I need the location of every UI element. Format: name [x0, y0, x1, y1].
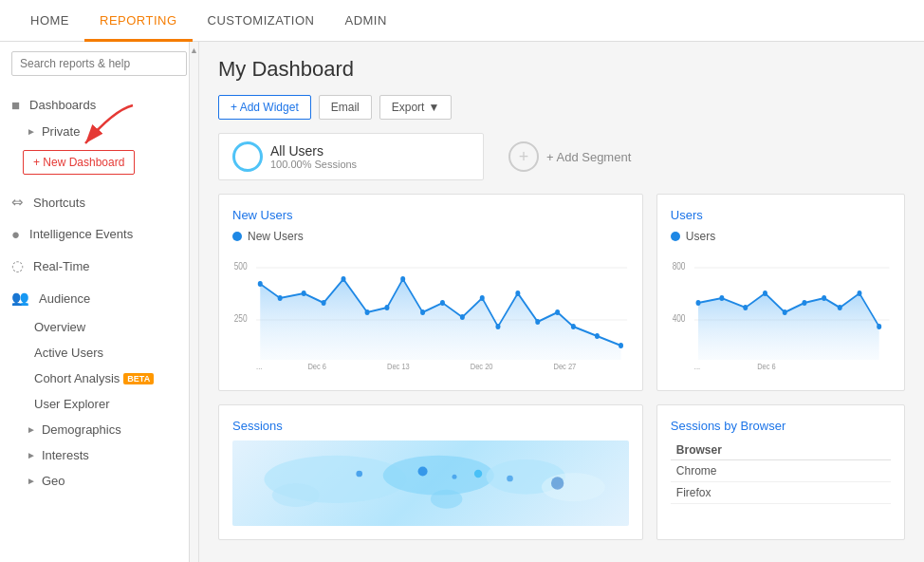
- svg-point-15: [460, 314, 465, 320]
- realtime-icon: ◌: [11, 257, 24, 274]
- svg-point-54: [474, 470, 482, 478]
- svg-point-39: [822, 295, 826, 301]
- svg-point-38: [802, 300, 806, 306]
- sidebar-item-active-users[interactable]: Active Users: [0, 340, 198, 365]
- sidebar-item-overview[interactable]: Overview: [0, 314, 198, 340]
- sidebar: ■ Dashboards ► Private + New Dashboard ⇔…: [0, 42, 199, 562]
- svg-text:Dec 20: Dec 20: [471, 361, 493, 371]
- sessions-by-browser-title: Sessions by Browser: [671, 419, 891, 433]
- svg-point-18: [515, 290, 520, 296]
- svg-point-36: [763, 290, 767, 296]
- svg-point-14: [440, 300, 445, 306]
- sidebar-item-realtime[interactable]: ◌ Real-Time: [0, 250, 198, 282]
- svg-text:Dec 6: Dec 6: [307, 361, 326, 371]
- svg-point-52: [418, 466, 428, 476]
- geo-arrow: ►: [27, 476, 36, 486]
- add-segment-button[interactable]: + + Add Segment: [495, 134, 644, 179]
- intelligence-icon: ●: [11, 226, 20, 242]
- add-segment-icon: +: [508, 141, 539, 172]
- browser-cell: Chrome: [671, 460, 891, 482]
- table-row[interactable]: Chrome: [671, 460, 891, 482]
- svg-point-21: [571, 324, 576, 329]
- sessions-chart-card: Sessions: [218, 404, 643, 540]
- audience-icon: 👥: [11, 290, 29, 307]
- segment-text: All Users 100.00% Sessions: [270, 143, 357, 170]
- segment-circle-icon: [232, 141, 263, 172]
- segment-bar: All Users 100.00% Sessions + + Add Segme…: [218, 133, 905, 180]
- svg-point-20: [555, 309, 560, 315]
- segment-sub: 100.00% Sessions: [270, 159, 357, 170]
- users-legend: Users: [671, 230, 891, 243]
- sidebar-item-cohort[interactable]: Cohort Analysis BETA: [0, 365, 198, 391]
- app-layout: ■ Dashboards ► Private + New Dashboard ⇔…: [0, 42, 924, 562]
- svg-text:800: 800: [673, 261, 686, 272]
- svg-text:Dec 13: Dec 13: [387, 361, 410, 371]
- sidebar-item-dashboards[interactable]: ■ Dashboards: [0, 89, 198, 121]
- new-dashboard-button[interactable]: + New Dashboard: [23, 150, 135, 175]
- toolbar: + Add Widget Email Export ▼: [218, 95, 905, 120]
- nav-customization[interactable]: CUSTOMIZATION: [193, 0, 330, 42]
- svg-point-9: [341, 276, 345, 282]
- export-chevron-icon: ▼: [428, 101, 439, 114]
- browser-cell: Firefox: [671, 482, 891, 504]
- svg-text:...: ...: [256, 361, 262, 371]
- svg-point-17: [495, 324, 500, 329]
- sidebar-item-geo[interactable]: ► Geo: [0, 468, 198, 494]
- add-widget-button[interactable]: + Add Widget: [218, 95, 311, 120]
- nav-home[interactable]: HOME: [15, 0, 84, 42]
- svg-point-55: [507, 476, 513, 482]
- users-chart-title: Users: [671, 208, 891, 222]
- svg-point-19: [535, 319, 540, 325]
- svg-point-10: [365, 309, 370, 315]
- svg-text:400: 400: [673, 313, 686, 324]
- svg-point-50: [431, 490, 462, 509]
- sidebar-item-demographics[interactable]: ► Demographics: [0, 417, 198, 442]
- top-navigation: HOME REPORTING CUSTOMIZATION ADMIN: [0, 0, 924, 42]
- nav-admin[interactable]: ADMIN: [329, 0, 401, 42]
- search-container: [0, 42, 198, 85]
- sidebar-scrollbar[interactable]: ▲: [189, 42, 198, 562]
- svg-point-34: [719, 295, 724, 301]
- dashboards-section: ■ Dashboards ► Private + New Dashboard: [0, 85, 198, 186]
- sidebar-item-shortcuts[interactable]: ⇔ Shortcuts: [0, 186, 198, 218]
- svg-point-13: [420, 309, 425, 315]
- sidebar-item-intelligence[interactable]: ● Intelligence Events: [0, 218, 198, 250]
- new-users-chart-svg: 500 250: [232, 251, 629, 374]
- sidebar-item-private[interactable]: ► Private: [0, 121, 198, 142]
- svg-text:250: 250: [234, 313, 248, 324]
- svg-point-35: [743, 305, 748, 310]
- segment-name: All Users: [270, 143, 357, 159]
- charts-row-1: New Users New Users 500 250: [218, 194, 905, 391]
- svg-point-53: [452, 475, 456, 479]
- shortcuts-icon: ⇔: [11, 194, 24, 211]
- scroll-up-arrow[interactable]: ▲: [190, 46, 198, 55]
- nav-reporting[interactable]: REPORTING: [84, 0, 193, 42]
- svg-text:Dec 6: Dec 6: [757, 362, 776, 371]
- new-users-chart-card: New Users New Users 500 250: [218, 194, 643, 391]
- search-input[interactable]: [11, 51, 187, 76]
- sidebar-item-interests[interactable]: ► Interests: [0, 442, 198, 468]
- svg-point-23: [619, 343, 623, 348]
- demographics-arrow: ►: [27, 424, 36, 435]
- svg-point-41: [857, 290, 861, 296]
- svg-point-16: [480, 295, 485, 301]
- svg-point-5: [258, 281, 263, 287]
- svg-point-12: [400, 276, 405, 282]
- new-dashboard-container: + New Dashboard: [0, 142, 198, 182]
- svg-point-49: [272, 483, 320, 507]
- email-button[interactable]: Email: [319, 95, 372, 120]
- export-button[interactable]: Export ▼: [379, 95, 453, 120]
- dashboards-icon: ■: [11, 97, 20, 113]
- sidebar-item-user-explorer[interactable]: User Explorer: [0, 391, 198, 417]
- svg-point-22: [595, 333, 600, 339]
- page-title: My Dashboard: [218, 57, 905, 82]
- sessions-by-browser-card: Sessions by Browser Browser Chrome Firef…: [656, 404, 905, 540]
- table-row[interactable]: Firefox: [671, 482, 891, 504]
- segment-circle-fill: [241, 150, 254, 163]
- sidebar-item-audience[interactable]: 👥 Audience: [0, 282, 198, 314]
- all-users-segment[interactable]: All Users 100.00% Sessions: [218, 133, 484, 180]
- interests-arrow: ►: [27, 450, 36, 460]
- bottom-row: Sessions: [218, 404, 905, 540]
- svg-point-48: [542, 473, 605, 501]
- sessions-map: [232, 440, 629, 526]
